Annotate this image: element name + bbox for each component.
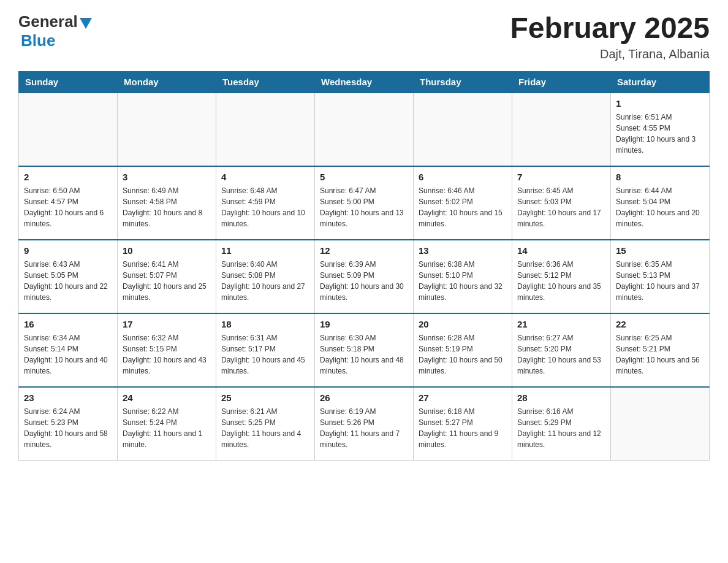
day-number: 21 — [517, 318, 605, 331]
day-number: 4 — [221, 170, 309, 183]
day-number: 15 — [616, 244, 704, 257]
calendar-day-cell: 25Sunrise: 6:21 AM Sunset: 5:25 PM Dayli… — [216, 387, 315, 461]
calendar-day-cell: 2Sunrise: 6:50 AM Sunset: 4:57 PM Daylig… — [19, 166, 118, 240]
day-number: 13 — [419, 244, 507, 257]
day-info: Sunrise: 6:25 AM Sunset: 5:21 PM Dayligh… — [616, 332, 704, 377]
day-info: Sunrise: 6:49 AM Sunset: 4:58 PM Dayligh… — [123, 185, 211, 229]
day-header-thursday: Thursday — [414, 71, 512, 93]
day-number: 1 — [616, 97, 704, 110]
day-number: 23 — [24, 391, 112, 404]
day-number: 12 — [320, 244, 408, 257]
day-info: Sunrise: 6:51 AM Sunset: 4:55 PM Dayligh… — [616, 112, 704, 156]
calendar-title: February 2025 — [510, 12, 710, 45]
day-info: Sunrise: 6:35 AM Sunset: 5:13 PM Dayligh… — [616, 259, 704, 303]
day-info: Sunrise: 6:50 AM Sunset: 4:57 PM Dayligh… — [24, 185, 112, 229]
day-number: 10 — [123, 244, 211, 257]
logo-triangle-icon — [80, 18, 92, 29]
calendar-day-cell: 14Sunrise: 6:36 AM Sunset: 5:12 PM Dayli… — [512, 240, 611, 313]
calendar-day-cell: 16Sunrise: 6:34 AM Sunset: 5:14 PM Dayli… — [19, 313, 118, 387]
calendar-title-block: February 2025 Dajt, Tirana, Albania — [510, 12, 710, 61]
day-number: 6 — [419, 170, 507, 183]
calendar-day-cell: 20Sunrise: 6:28 AM Sunset: 5:19 PM Dayli… — [414, 313, 512, 387]
calendar-day-cell: 27Sunrise: 6:18 AM Sunset: 5:27 PM Dayli… — [414, 387, 512, 461]
calendar-header-row: SundayMondayTuesdayWednesdayThursdayFrid… — [19, 71, 710, 93]
calendar-day-cell: 11Sunrise: 6:40 AM Sunset: 5:08 PM Dayli… — [216, 240, 315, 313]
day-number: 26 — [320, 391, 408, 404]
calendar-day-cell — [118, 93, 216, 166]
day-info: Sunrise: 6:45 AM Sunset: 5:03 PM Dayligh… — [517, 185, 605, 229]
calendar-day-cell: 19Sunrise: 6:30 AM Sunset: 5:18 PM Dayli… — [315, 313, 414, 387]
calendar-day-cell — [512, 93, 611, 166]
day-number: 2 — [24, 170, 112, 183]
calendar-day-cell — [19, 93, 118, 166]
calendar-day-cell: 8Sunrise: 6:44 AM Sunset: 5:04 PM Daylig… — [611, 166, 710, 240]
day-header-wednesday: Wednesday — [315, 71, 414, 93]
calendar-day-cell: 22Sunrise: 6:25 AM Sunset: 5:21 PM Dayli… — [611, 313, 710, 387]
day-info: Sunrise: 6:31 AM Sunset: 5:17 PM Dayligh… — [221, 332, 309, 377]
day-number: 27 — [419, 391, 507, 404]
day-number: 8 — [616, 170, 704, 183]
day-number: 11 — [221, 244, 309, 257]
calendar-day-cell: 3Sunrise: 6:49 AM Sunset: 4:58 PM Daylig… — [118, 166, 216, 240]
calendar-day-cell: 28Sunrise: 6:16 AM Sunset: 5:29 PM Dayli… — [512, 387, 611, 461]
day-info: Sunrise: 6:21 AM Sunset: 5:25 PM Dayligh… — [221, 406, 309, 450]
day-info: Sunrise: 6:27 AM Sunset: 5:20 PM Dayligh… — [517, 332, 605, 377]
logo: General Blue — [18, 12, 92, 50]
day-info: Sunrise: 6:19 AM Sunset: 5:26 PM Dayligh… — [320, 406, 408, 450]
calendar-subtitle: Dajt, Tirana, Albania — [510, 47, 710, 61]
day-info: Sunrise: 6:22 AM Sunset: 5:24 PM Dayligh… — [123, 406, 211, 450]
day-number: 19 — [320, 318, 408, 331]
calendar-day-cell: 23Sunrise: 6:24 AM Sunset: 5:23 PM Dayli… — [19, 387, 118, 461]
day-info: Sunrise: 6:36 AM Sunset: 5:12 PM Dayligh… — [517, 259, 605, 303]
calendar-week-row: 23Sunrise: 6:24 AM Sunset: 5:23 PM Dayli… — [19, 387, 710, 461]
calendar-table: SundayMondayTuesdayWednesdayThursdayFrid… — [18, 71, 710, 461]
day-number: 9 — [24, 244, 112, 257]
day-info: Sunrise: 6:40 AM Sunset: 5:08 PM Dayligh… — [221, 259, 309, 303]
day-number: 3 — [123, 170, 211, 183]
calendar-day-cell: 7Sunrise: 6:45 AM Sunset: 5:03 PM Daylig… — [512, 166, 611, 240]
day-info: Sunrise: 6:30 AM Sunset: 5:18 PM Dayligh… — [320, 332, 408, 377]
day-info: Sunrise: 6:38 AM Sunset: 5:10 PM Dayligh… — [419, 259, 507, 303]
day-info: Sunrise: 6:43 AM Sunset: 5:05 PM Dayligh… — [24, 259, 112, 303]
calendar-day-cell: 24Sunrise: 6:22 AM Sunset: 5:24 PM Dayli… — [118, 387, 216, 461]
day-info: Sunrise: 6:41 AM Sunset: 5:07 PM Dayligh… — [123, 259, 211, 303]
day-number: 16 — [24, 318, 112, 331]
day-number: 28 — [517, 391, 605, 404]
calendar-day-cell: 17Sunrise: 6:32 AM Sunset: 5:15 PM Dayli… — [118, 313, 216, 387]
day-number: 7 — [517, 170, 605, 183]
calendar-week-row: 16Sunrise: 6:34 AM Sunset: 5:14 PM Dayli… — [19, 313, 710, 387]
day-number: 24 — [123, 391, 211, 404]
calendar-day-cell: 13Sunrise: 6:38 AM Sunset: 5:10 PM Dayli… — [414, 240, 512, 313]
calendar-week-row: 9Sunrise: 6:43 AM Sunset: 5:05 PM Daylig… — [19, 240, 710, 313]
day-info: Sunrise: 6:48 AM Sunset: 4:59 PM Dayligh… — [221, 185, 309, 229]
day-number: 17 — [123, 318, 211, 331]
day-number: 14 — [517, 244, 605, 257]
page-header: General Blue February 2025 Dajt, Tirana,… — [18, 12, 710, 61]
calendar-day-cell: 21Sunrise: 6:27 AM Sunset: 5:20 PM Dayli… — [512, 313, 611, 387]
day-number: 22 — [616, 318, 704, 331]
day-header-friday: Friday — [512, 71, 611, 93]
calendar-day-cell — [216, 93, 315, 166]
day-info: Sunrise: 6:18 AM Sunset: 5:27 PM Dayligh… — [419, 406, 507, 450]
day-header-monday: Monday — [118, 71, 216, 93]
logo-general-text: General — [18, 12, 78, 31]
day-header-tuesday: Tuesday — [216, 71, 315, 93]
calendar-day-cell: 10Sunrise: 6:41 AM Sunset: 5:07 PM Dayli… — [118, 240, 216, 313]
day-info: Sunrise: 6:24 AM Sunset: 5:23 PM Dayligh… — [24, 406, 112, 450]
day-header-sunday: Sunday — [19, 71, 118, 93]
calendar-day-cell: 4Sunrise: 6:48 AM Sunset: 4:59 PM Daylig… — [216, 166, 315, 240]
day-info: Sunrise: 6:39 AM Sunset: 5:09 PM Dayligh… — [320, 259, 408, 303]
day-header-saturday: Saturday — [611, 71, 710, 93]
calendar-week-row: 1Sunrise: 6:51 AM Sunset: 4:55 PM Daylig… — [19, 93, 710, 166]
day-info: Sunrise: 6:44 AM Sunset: 5:04 PM Dayligh… — [616, 185, 704, 229]
calendar-day-cell: 9Sunrise: 6:43 AM Sunset: 5:05 PM Daylig… — [19, 240, 118, 313]
calendar-day-cell: 6Sunrise: 6:46 AM Sunset: 5:02 PM Daylig… — [414, 166, 512, 240]
calendar-day-cell: 26Sunrise: 6:19 AM Sunset: 5:26 PM Dayli… — [315, 387, 414, 461]
calendar-day-cell — [315, 93, 414, 166]
day-number: 20 — [419, 318, 507, 331]
calendar-day-cell — [414, 93, 512, 166]
calendar-day-cell — [611, 387, 710, 461]
day-info: Sunrise: 6:28 AM Sunset: 5:19 PM Dayligh… — [419, 332, 507, 377]
calendar-day-cell: 15Sunrise: 6:35 AM Sunset: 5:13 PM Dayli… — [611, 240, 710, 313]
day-number: 18 — [221, 318, 309, 331]
